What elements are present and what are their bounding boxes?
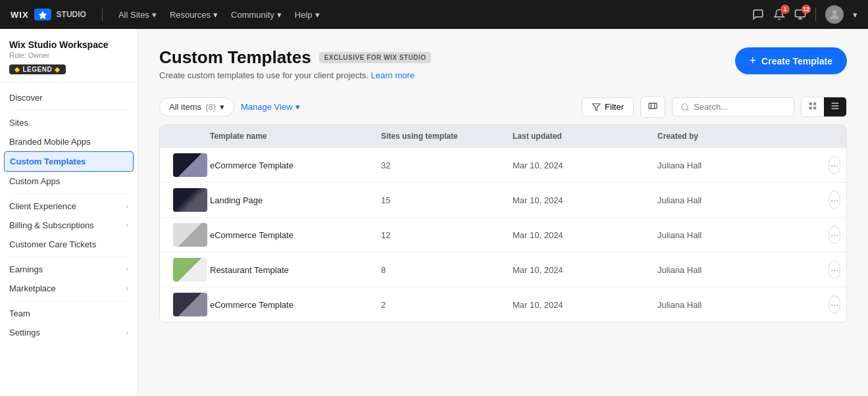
- th-last-updated: Last updated: [502, 132, 647, 141]
- sidebar-item-client-experience[interactable]: Client Experience ›: [0, 197, 138, 216]
- search-input[interactable]: [694, 102, 786, 112]
- nav-right: 1 12 ▾: [752, 5, 857, 24]
- sidebar-item-settings[interactable]: Settings ›: [0, 323, 138, 342]
- chevron-icon: ›: [126, 329, 128, 336]
- main-content: Custom Templates EXCLUSIVE FOR WIX STUDI…: [138, 29, 868, 396]
- svg-marker-0: [38, 11, 47, 19]
- sidebar: Wix Studio Workspace Role: Owner ◆ LEGEN…: [0, 29, 138, 396]
- studio-label: STUDIO: [57, 10, 86, 19]
- td-template-name: Restaurant Template: [199, 265, 370, 275]
- columns-button[interactable]: [640, 96, 665, 118]
- avatar[interactable]: [825, 5, 844, 24]
- sidebar-section: Discover Sites Branded Mobile Apps Custo…: [0, 83, 138, 347]
- td-last-updated: Mar 10, 2024: [502, 195, 647, 205]
- all-items-dropdown[interactable]: All items (8) ▾: [159, 97, 234, 116]
- more-options-button[interactable]: ···: [829, 156, 840, 174]
- create-template-button[interactable]: + Create Template: [735, 47, 847, 74]
- chevron-icon: ›: [126, 266, 128, 273]
- sidebar-item-sites[interactable]: Sites: [0, 113, 138, 132]
- td-thumb: [160, 153, 199, 177]
- chevron-icon: ›: [126, 203, 128, 210]
- svg-point-7: [682, 103, 688, 109]
- diamond-icon: ◆: [14, 66, 20, 73]
- table-row: Landing Page 15 Mar 10, 2024 Juliana Hal…: [160, 182, 846, 217]
- logo[interactable]: WIX STUDIO: [11, 9, 86, 20]
- td-last-updated: Mar 10, 2024: [502, 265, 647, 275]
- sidebar-item-marketplace[interactable]: Marketplace ›: [0, 279, 138, 298]
- sidebar-item-customer-care[interactable]: Customer Care Tickets: [0, 235, 138, 254]
- chevron-icon: ›: [126, 222, 128, 229]
- svg-rect-9: [813, 103, 816, 105]
- nav-all-sites[interactable]: All Sites ▾: [118, 10, 157, 20]
- td-thumb: [160, 223, 199, 247]
- sidebar-item-team[interactable]: Team: [0, 304, 138, 323]
- svg-rect-11: [813, 107, 816, 109]
- td-created-by: Juliana Hall: [647, 300, 818, 310]
- grid-icon: [808, 101, 817, 111]
- sidebar-separator-2: [9, 193, 128, 194]
- layout: Wix Studio Workspace Role: Owner ◆ LEGEN…: [0, 29, 868, 396]
- chat-icon-btn[interactable]: [752, 9, 764, 20]
- avatar-chevron[interactable]: ▾: [853, 10, 857, 20]
- filter-button[interactable]: Filter: [582, 97, 634, 116]
- more-options-button[interactable]: ···: [829, 191, 840, 209]
- more-options-button[interactable]: ···: [829, 295, 840, 314]
- th-created-by: Created by: [647, 132, 818, 141]
- sidebar-item-custom-apps[interactable]: Custom Apps: [0, 172, 138, 191]
- search-box: [672, 97, 794, 116]
- td-sites-count: 15: [370, 195, 502, 205]
- nav-items: All Sites ▾ Resources ▾ Community ▾ Help…: [118, 10, 736, 20]
- toolbar: All items (8) ▾ Manage View ▾ Filter: [159, 87, 847, 124]
- td-actions: ···: [818, 226, 847, 244]
- filter-icon: [592, 103, 601, 112]
- search-icon: [680, 103, 690, 112]
- sidebar-separator-4: [9, 301, 128, 301]
- nav-resources[interactable]: Resources ▾: [170, 10, 218, 20]
- th-thumb: [160, 132, 199, 141]
- table-row: eCommerce Template 2 Mar 10, 2024 Julian…: [160, 287, 846, 322]
- more-options-button[interactable]: ···: [829, 260, 840, 279]
- th-sites-using: Sites using template: [370, 132, 502, 141]
- svg-marker-3: [592, 103, 600, 111]
- page-title: Custom Templates: [159, 47, 311, 68]
- plus-icon: +: [750, 54, 757, 68]
- grid-view-button[interactable]: [802, 97, 824, 116]
- view-toggle: [801, 97, 847, 117]
- list-view-button[interactable]: [824, 97, 846, 116]
- dropdown-chevron-icon: ▾: [220, 102, 224, 112]
- notifications-badge: 1: [780, 5, 790, 14]
- svg-rect-12: [832, 103, 839, 103]
- td-last-updated: Mar 10, 2024: [502, 161, 647, 170]
- nav-community[interactable]: Community ▾: [231, 10, 282, 20]
- learn-more-link[interactable]: Learn more: [371, 70, 415, 80]
- sidebar-item-discover[interactable]: Discover: [0, 88, 138, 107]
- td-actions: ···: [818, 260, 847, 279]
- td-last-updated: Mar 10, 2024: [502, 300, 647, 310]
- exclusive-badge: EXCLUSIVE FOR WIX STUDIO: [319, 52, 432, 63]
- manage-view-button[interactable]: Manage View ▾: [241, 102, 300, 112]
- td-actions: ···: [818, 156, 847, 174]
- sidebar-item-branded-mobile[interactable]: Branded Mobile Apps: [0, 132, 138, 151]
- notifications-icon-btn[interactable]: 1: [773, 9, 785, 20]
- table-header: Template name Sites using template Last …: [160, 125, 846, 147]
- table-row: Restaurant Template 8 Mar 10, 2024 Julia…: [160, 252, 846, 287]
- columns-icon: [648, 101, 658, 111]
- sidebar-item-billing[interactable]: Billing & Subscriptions ›: [0, 216, 138, 235]
- more-options-button[interactable]: ···: [829, 226, 840, 244]
- page-header: Custom Templates EXCLUSIVE FOR WIX STUDI…: [159, 47, 847, 80]
- td-template-name: eCommerce Template: [199, 230, 370, 240]
- svg-rect-6: [649, 103, 657, 109]
- nav-help[interactable]: Help ▾: [295, 10, 320, 20]
- td-last-updated: Mar 10, 2024: [502, 230, 647, 240]
- td-actions: ···: [818, 191, 847, 209]
- chevron-icon: ›: [126, 285, 128, 292]
- td-template-name: Landing Page: [199, 195, 370, 205]
- td-created-by: Juliana Hall: [647, 265, 818, 275]
- sidebar-item-earnings[interactable]: Earnings ›: [0, 260, 138, 279]
- td-created-by: Juliana Hall: [647, 230, 818, 240]
- th-actions: [818, 132, 847, 141]
- sidebar-item-custom-templates[interactable]: Custom Templates: [4, 151, 134, 172]
- messages-icon-btn[interactable]: 12: [794, 9, 806, 20]
- td-thumb: [160, 293, 199, 316]
- svg-rect-10: [809, 107, 812, 109]
